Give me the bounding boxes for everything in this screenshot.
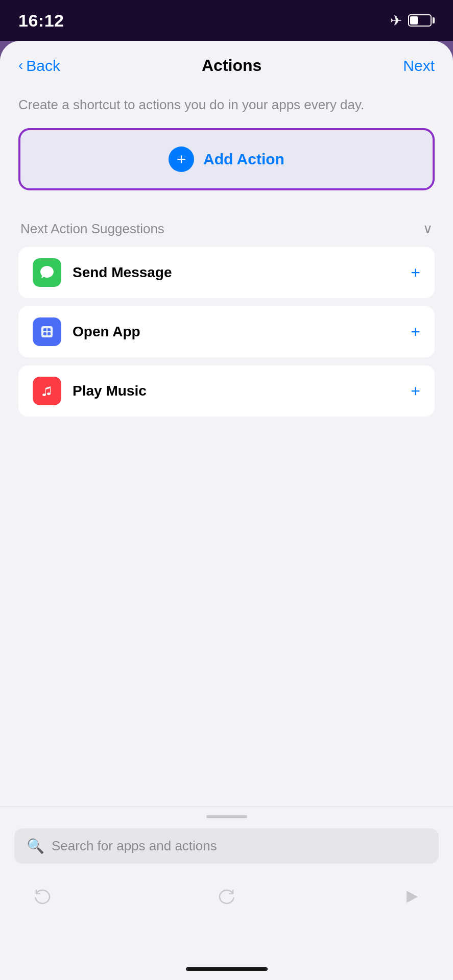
- search-icon: 🔍: [27, 838, 44, 854]
- svg-rect-4: [47, 332, 51, 335]
- play-button[interactable]: [393, 879, 428, 915]
- chevron-left-icon: ‹: [18, 57, 23, 74]
- back-label: Back: [26, 57, 60, 75]
- page-title: Actions: [202, 56, 261, 75]
- send-message-label: Send Message: [73, 264, 411, 281]
- send-message-add-icon[interactable]: +: [411, 263, 420, 282]
- add-action-label: Add Action: [203, 151, 284, 168]
- search-placeholder: Search for apps and actions: [52, 838, 217, 854]
- svg-marker-5: [407, 891, 418, 903]
- airplane-icon: ✈: [390, 12, 402, 29]
- open-app-add-icon[interactable]: +: [411, 323, 420, 341]
- chevron-down-icon[interactable]: ∨: [423, 221, 433, 237]
- status-icons: ✈: [390, 12, 435, 29]
- status-bar: 16:12 ✈: [0, 0, 453, 41]
- content-area: Create a shortcut to actions you do in y…: [0, 85, 453, 416]
- suggestion-play-music[interactable]: Play Music +: [18, 365, 435, 416]
- undo-button[interactable]: [25, 879, 60, 915]
- svg-rect-2: [47, 328, 51, 331]
- svg-rect-3: [43, 332, 46, 335]
- suggestion-open-app[interactable]: Open App +: [18, 306, 435, 357]
- svg-rect-0: [41, 326, 53, 337]
- bottom-toolbar: [14, 879, 439, 915]
- search-bar[interactable]: 🔍 Search for apps and actions: [14, 828, 439, 864]
- battery-indicator: [408, 14, 435, 27]
- home-indicator: [186, 967, 268, 971]
- status-time: 16:12: [18, 11, 64, 31]
- suggestions-title: Next Action Suggestions: [20, 221, 164, 237]
- nav-bar: ‹ Back Actions Next: [0, 41, 453, 85]
- play-music-add-icon[interactable]: +: [411, 382, 420, 401]
- back-button[interactable]: ‹ Back: [18, 57, 60, 75]
- open-app-icon: [33, 317, 61, 346]
- suggestion-send-message[interactable]: Send Message +: [18, 247, 435, 298]
- svg-rect-1: [43, 328, 46, 331]
- drag-handle[interactable]: [206, 815, 247, 818]
- redo-button[interactable]: [209, 879, 245, 915]
- music-app-icon: [33, 377, 61, 405]
- play-music-label: Play Music: [73, 383, 411, 399]
- suggestions-header: Next Action Suggestions ∨: [18, 221, 435, 237]
- add-action-button[interactable]: + Add Action: [18, 128, 435, 190]
- next-button[interactable]: Next: [403, 57, 435, 75]
- open-app-label: Open App: [73, 324, 411, 340]
- subtitle-text: Create a shortcut to actions you do in y…: [18, 95, 435, 114]
- add-action-plus-icon: +: [169, 146, 194, 172]
- main-card: ‹ Back Actions Next Create a shortcut to…: [0, 41, 453, 980]
- bottom-sheet: 🔍 Search for apps and actions: [0, 806, 453, 980]
- messages-app-icon: [33, 258, 61, 287]
